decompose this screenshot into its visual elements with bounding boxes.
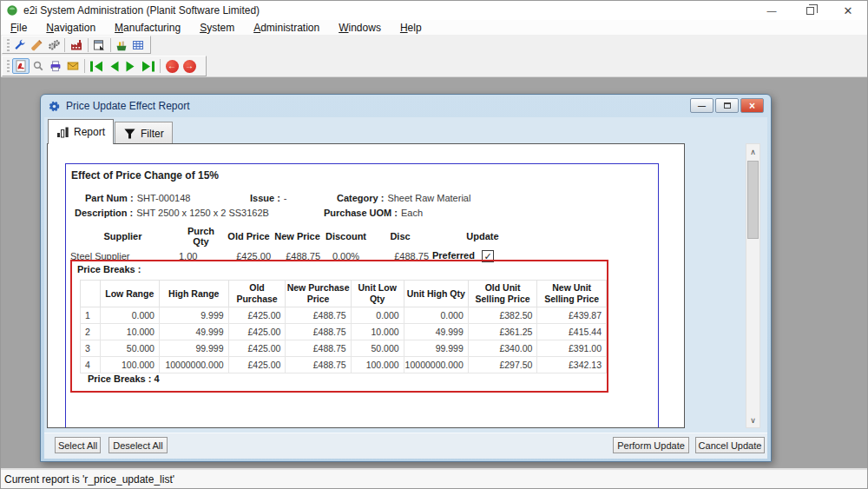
magnifier-icon xyxy=(31,59,45,73)
status-bar: Current report is 'r_price_update_list' xyxy=(1,468,867,488)
window-title: e2i System Administration (Planit Softwa… xyxy=(23,4,260,17)
pdf-export-button[interactable] xyxy=(12,58,30,74)
main-window: e2i System Administration (Planit Softwa… xyxy=(0,0,868,489)
scrollbar-thumb[interactable] xyxy=(747,161,759,239)
print-preview-button[interactable] xyxy=(30,58,47,74)
deselect-all-button[interactable]: Deselect All xyxy=(108,437,168,453)
restore-icon xyxy=(806,7,814,15)
toolbox-icon xyxy=(115,38,128,52)
toolbar-report: ← → xyxy=(1,55,867,77)
previous-page-icon xyxy=(107,60,121,73)
scroll-up-button[interactable]: ∧ xyxy=(746,145,760,158)
field-issue: Issue :- xyxy=(250,193,287,203)
tab-filter-label: Filter xyxy=(141,128,164,140)
gears-button[interactable] xyxy=(45,37,62,53)
dialog-minimize-button[interactable]: — xyxy=(690,98,713,113)
vertical-scrollbar[interactable]: ∧ ∨ xyxy=(746,143,760,428)
nav-back-button[interactable]: ← xyxy=(163,58,181,74)
tab-report-label: Report xyxy=(74,126,105,138)
properties-window-icon xyxy=(92,38,106,52)
toolbar-grip[interactable] xyxy=(7,39,10,51)
field-description: Description :SHT 2500 x 1250 x 2 SS3162B xyxy=(75,208,269,218)
window-titlebar[interactable]: e2i System Administration (Planit Softwa… xyxy=(1,1,867,20)
back-icon: ← xyxy=(168,62,176,70)
dialog-maximize-icon xyxy=(724,102,731,109)
factory-button[interactable] xyxy=(68,37,84,53)
table-row: 3 50.000 99.999 £425.00 £488.75 50.000 9… xyxy=(81,340,607,357)
dialog-body: Report Filter Effect of Price Change of … xyxy=(44,117,767,458)
envelope-icon xyxy=(66,59,80,73)
properties-button[interactable] xyxy=(90,37,107,53)
perform-update-button[interactable]: Perform Update xyxy=(613,437,689,453)
dialog-close-button[interactable]: × xyxy=(740,98,764,113)
price-breaks-label: Price Breaks : xyxy=(77,264,141,274)
menu-help[interactable]: Help xyxy=(391,20,431,35)
status-text: Current report is 'r_price_update_list' xyxy=(4,473,174,486)
window-close-button[interactable]: ✕ xyxy=(829,1,867,20)
cancel-update-button[interactable]: Cancel Update xyxy=(695,437,765,453)
close-icon: ✕ xyxy=(844,4,853,17)
menu-administration[interactable]: Administration xyxy=(244,20,329,35)
price-breaks-count: Price Breaks : 4 xyxy=(88,373,160,384)
menu-manufacturing[interactable]: Manufacturing xyxy=(105,20,190,35)
first-page-icon xyxy=(89,60,104,73)
toolbar-separator xyxy=(64,38,65,52)
window-restore-button[interactable] xyxy=(791,1,829,20)
printer-icon xyxy=(49,59,62,73)
menu-system[interactable]: System xyxy=(190,20,244,35)
go-last-button[interactable] xyxy=(140,58,157,74)
gears-icon xyxy=(47,38,61,52)
dialog-titlebar[interactable]: Price Update Effect Report — × xyxy=(41,95,771,117)
factory-icon xyxy=(69,38,83,52)
minimize-icon: — xyxy=(767,5,777,16)
go-first-button[interactable] xyxy=(88,58,105,74)
scroll-down-button[interactable]: ∨ xyxy=(746,413,760,426)
window-minimize-button[interactable]: — xyxy=(753,1,791,20)
nav-forward-button[interactable]: → xyxy=(181,58,198,74)
pdf-icon xyxy=(14,59,28,73)
price-update-effect-report-dialog: Price Update Effect Report — × Report Fi… xyxy=(40,94,772,462)
table-row: 2 10.000 49.999 £425.00 £488.75 10.000 4… xyxy=(81,324,607,340)
field-part-num: Part Num :SHT-000148 xyxy=(85,193,190,203)
dialog-maximize-button[interactable] xyxy=(715,98,739,113)
wrench-icon xyxy=(13,38,27,52)
chevron-down-icon: ∨ xyxy=(750,416,756,425)
price-breaks-header-row: Low Range High Range Old Purchase New Pu… xyxy=(81,281,607,307)
go-next-button[interactable] xyxy=(122,58,140,74)
report-page: Effect of Price Change of 15% Part Num :… xyxy=(65,163,659,428)
gear-icon xyxy=(48,100,61,113)
toolbar-grip[interactable] xyxy=(7,60,10,72)
select-all-button[interactable]: Select All xyxy=(55,437,101,453)
go-previous-button[interactable] xyxy=(105,58,122,74)
hand-tool-icon xyxy=(30,38,44,52)
tab-report[interactable]: Report xyxy=(48,119,114,144)
app-icon xyxy=(6,4,18,17)
menu-file[interactable]: File xyxy=(1,20,36,35)
email-button[interactable] xyxy=(64,58,82,74)
print-button[interactable] xyxy=(47,58,64,74)
toolbar-main xyxy=(1,35,867,55)
toolbar-separator xyxy=(88,38,89,52)
price-breaks-table: Low Range High Range Old Purchase New Pu… xyxy=(80,280,607,373)
price-breaks-section: Price Breaks : Low Range High Range Old … xyxy=(70,260,608,393)
mdi-area: Price Update Effect Report — × Report Fi… xyxy=(1,77,867,468)
grid-view-button[interactable] xyxy=(130,37,147,53)
next-page-icon xyxy=(124,60,138,73)
toolbar-separator xyxy=(160,59,161,73)
tools-button[interactable] xyxy=(29,37,45,53)
dialog-button-bar: Select All Deselect All Perform Update C… xyxy=(44,433,767,459)
report-title: Effect of Price Change of 15% xyxy=(71,169,219,182)
field-category: Category :Sheet Raw Material xyxy=(337,193,470,203)
dialog-close-icon: × xyxy=(749,100,755,112)
settings-wrench-button[interactable] xyxy=(12,37,29,53)
menu-navigation[interactable]: Navigation xyxy=(36,20,105,35)
toolbox-button[interactable] xyxy=(114,37,130,53)
table-row: 4 100.000 10000000.000 £425.00 £488.75 1… xyxy=(81,357,607,373)
tab-filter[interactable]: Filter xyxy=(115,122,173,144)
funnel-icon xyxy=(123,128,136,140)
grid-icon xyxy=(131,38,145,52)
toolbar-separator xyxy=(110,38,111,52)
report-viewport: Effect of Price Change of 15% Part Num :… xyxy=(47,143,685,428)
menu-windows[interactable]: Windows xyxy=(329,20,391,35)
dialog-title: Price Update Effect Report xyxy=(66,100,190,112)
